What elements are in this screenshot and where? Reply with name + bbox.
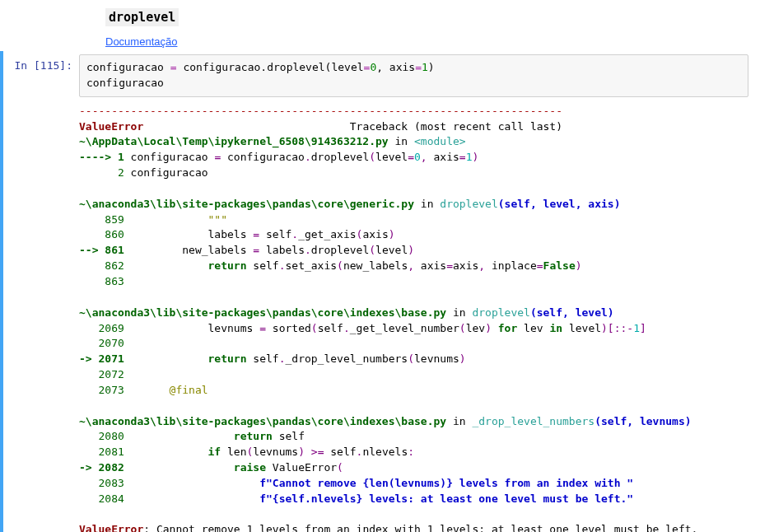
tb-kw: False [543,259,576,272]
tb-lineno: 862 [79,259,124,272]
tb-in: in [446,306,472,319]
tb-txt: sorted [266,322,311,334]
tb-op: = [253,228,259,240]
tb-lineno: 2080 [79,430,124,442]
tb-txt: self [318,322,343,334]
tb-kw: if [208,446,221,458]
tb-txt: self [273,430,305,442]
tb-str: f"Cannot remove {len(levnums)} levels fr… [259,477,633,489]
final-error-name: ValueError [79,523,143,532]
tb-txt [124,461,234,474]
tb-comma: , [421,151,427,163]
tb-path: ~\anaconda3\lib\site-packages\pandas\cor… [79,415,446,427]
tb-paren: ) [576,259,582,272]
tb-txt [124,259,208,272]
tb-lineno: 860 [79,228,124,240]
tb-paren: ) [485,322,492,334]
tb-paren: ( [337,259,343,272]
tb-txt: levnums [253,446,298,458]
code-text: configuracao [86,77,164,89]
tb-error-name: ValueError [79,120,143,133]
tb-txt: self [324,446,356,458]
tb-arrow: ----> 1 [79,151,124,163]
tb-arrow: -> 2082 [79,461,124,474]
tb-txt: lev [466,322,485,334]
code-cell: In [115]: configuracao = configuracao.dr… [0,51,760,532]
tb-txt: level [375,244,408,256]
tb-func: _drop_level_numbers [472,415,594,427]
tb-lineno: 2083 [79,477,124,489]
tb-num: 0 [414,151,421,163]
tb-sig: (self, level, axis) [498,198,621,210]
tb-str: f"{self.nlevels} levels: at least one le… [259,492,633,505]
tb-lineno: 2069 [79,322,124,334]
tb-dot: . [291,228,298,240]
input-prompt: In [115]: [3,54,79,532]
tb-func: droplevel [440,198,497,210]
tb-comma: , [478,259,485,272]
tb-paren: ( [459,322,466,334]
tb-txt: level [375,151,408,163]
tb-num: 1 [633,322,640,334]
tb-txt: ValueError [266,461,337,474]
tb-op: = [259,322,266,334]
tb-paren: ) [408,244,414,256]
tb-colon: : [408,446,414,458]
tb-txt: configuracao [221,151,305,163]
code-op: = [170,61,177,73]
tb-decorator: @final [170,384,208,396]
code-op: = [415,61,422,73]
tb-paren: ( [337,461,343,474]
tb-lineno: 859 [79,213,124,226]
tb-paren: ) [459,352,466,365]
md-prompt-spacer [3,3,79,48]
tb-txt: lev [517,322,549,334]
tb-lineno: 2072 [79,368,124,380]
section-title: droplevel [105,8,179,26]
tb-txt: labels [259,244,305,256]
tb-txt: labels [124,228,254,240]
tb-txt: self [259,228,291,240]
code-input[interactable]: configuracao = configuracao.droplevel(le… [79,54,748,97]
documentation-link[interactable]: Documentação [105,35,177,48]
tb-txt: level [562,322,601,334]
tb-txt: configuracao [124,151,215,163]
tb-arrow: --> 861 [79,244,124,256]
tb-txt [124,446,208,458]
code-text: ) [428,61,435,73]
tb-kw: return [208,259,247,272]
tb-op: = [537,259,543,272]
tb-kw: for [498,322,517,334]
tb-in: in [389,135,414,147]
tb-paren: ) [472,151,478,163]
tb-sig: (self, level) [530,306,614,319]
tb-txt: new_labels [343,259,408,272]
tb-txt [124,477,259,489]
tb-paren: ( [408,352,414,365]
md-body: droplevel Documentação [79,3,760,48]
final-error-msg: : Cannot remove 1 levels from an index w… [143,523,697,532]
tb-comma: , [408,259,414,272]
tb-lineno: 2081 [79,446,124,458]
code-num: 1 [422,61,428,73]
tb-kw: return [234,430,273,442]
tb-op: - [627,322,633,334]
code-text: configuracao.droplevel(level [177,61,364,73]
traceback-output: ----------------------------------------… [79,97,748,532]
tb-txt: new_labels [124,244,254,256]
tb-paren: ( [369,244,375,256]
tb-dot: . [343,322,350,334]
tb-txt: axis [362,228,388,240]
tb-op: = [253,244,259,256]
tb-txt: """ [124,213,227,226]
tb-txt: droplevel [311,244,369,256]
tb-sig: (self, levnums) [594,415,691,427]
tb-op: = [459,151,466,163]
tb-txt: levnums [414,352,459,365]
tb-dot: . [305,244,311,256]
code-text: configuracao [86,61,170,73]
tb-kw: return [208,352,247,365]
tb-dot: . [305,151,311,163]
tb-paren: )[:: [601,322,627,334]
tb-txt: axis [427,151,459,163]
